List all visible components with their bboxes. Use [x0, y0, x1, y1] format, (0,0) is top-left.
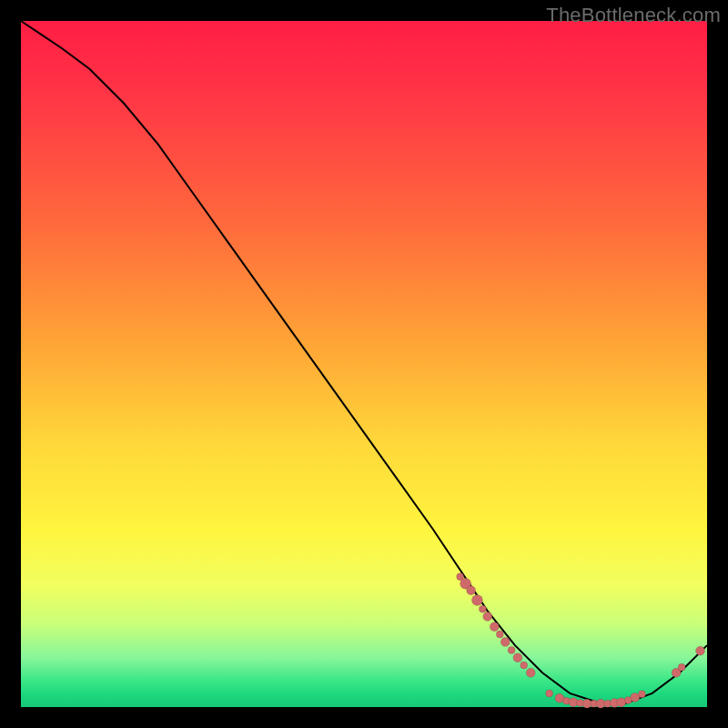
curve-marker — [467, 586, 476, 595]
curve-svg — [21, 21, 707, 707]
curve-marker — [546, 690, 553, 697]
curve-marker — [483, 612, 492, 622]
curve-marker — [496, 631, 503, 638]
curve-marker — [479, 605, 486, 612]
watermark-text: TheBottleneck.com — [546, 4, 721, 27]
chart-container: TheBottleneck.com — [0, 0, 728, 728]
curve-marker — [696, 646, 705, 655]
curve-marker — [678, 663, 685, 671]
plot-area — [21, 21, 707, 707]
curve-marker — [508, 646, 515, 653]
curve-marker — [500, 637, 510, 646]
curve-marker — [471, 594, 482, 605]
curve-marker — [490, 622, 499, 632]
curve-marker — [526, 668, 535, 677]
curve-marker — [513, 653, 522, 662]
curve-marker — [521, 662, 528, 669]
curve-markers — [457, 573, 705, 709]
bottleneck-curve — [21, 21, 707, 703]
curve-marker — [638, 691, 645, 698]
